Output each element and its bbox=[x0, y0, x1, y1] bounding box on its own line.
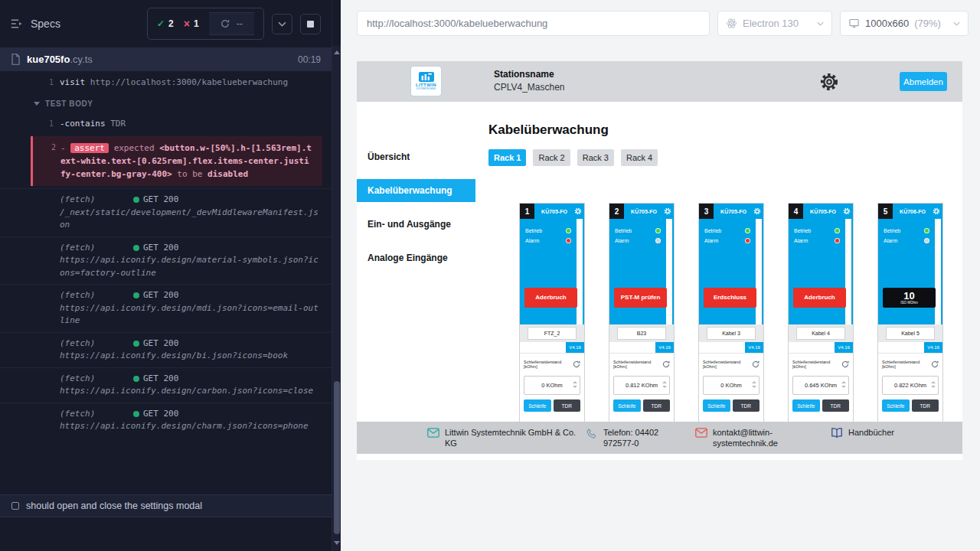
cable-name-field[interactable]: Kabel 3 bbox=[707, 327, 756, 340]
app-frame: LITTWIN SYSTEMTECHNIK Stationsname CPLV4… bbox=[357, 61, 962, 460]
cable-name-field[interactable]: B23 bbox=[617, 327, 666, 340]
sidebar-item-ein-und-ausgaenge[interactable]: Ein- und Ausgänge bbox=[357, 213, 475, 236]
app-header: LITTWIN SYSTEMTECHNIK Stationsname CPLV4… bbox=[357, 61, 962, 102]
fetch-log-entry[interactable]: (fetch)GET 200 https://api.iconify.desig… bbox=[0, 367, 332, 403]
fetch-url: /_next/static/development/_devMiddleware… bbox=[60, 207, 321, 232]
stepper-arrows-icon[interactable] bbox=[573, 381, 577, 388]
betrieb-led bbox=[655, 228, 661, 233]
schleife-button[interactable]: Schleife bbox=[792, 399, 820, 412]
sidebar-item-uebersicht[interactable]: Übersicht bbox=[357, 145, 475, 168]
resistance-value-field[interactable]: 0.812 KOhm bbox=[613, 376, 670, 395]
logo-subtitle: SYSTEMTECHNIK bbox=[416, 88, 436, 90]
card-gear-icon[interactable] bbox=[753, 207, 763, 215]
assert-prefix: - bbox=[60, 143, 66, 153]
failed-count: 1 bbox=[194, 18, 199, 29]
command-visit[interactable]: 1 visit http://localhost:3000/kabelueber… bbox=[0, 73, 332, 93]
card-scroll-strip bbox=[577, 219, 583, 324]
stop-button[interactable] bbox=[300, 14, 321, 34]
success-dot-icon bbox=[133, 292, 139, 298]
refresh-icon[interactable] bbox=[752, 360, 760, 368]
fetch-log-entry[interactable]: (fetch)GET 200 https://api.iconify.desig… bbox=[0, 403, 332, 438]
resistance-value-field[interactable]: 0.822 KOhm bbox=[882, 376, 939, 395]
alarm-led bbox=[566, 238, 571, 243]
card-gear-icon[interactable] bbox=[843, 207, 853, 215]
scroll-down-arrow-icon[interactable] bbox=[334, 541, 340, 545]
fetch-url: https://api.iconify.design/mdi.json?icon… bbox=[60, 302, 321, 328]
betrieb-label: Betrieb bbox=[704, 228, 721, 233]
tdr-button[interactable]: TDR bbox=[643, 399, 671, 412]
cable-name-field[interactable]: FTZ_2 bbox=[528, 327, 577, 340]
reporter-scrollbar[interactable] bbox=[332, 0, 341, 551]
version-chip: V4.19 bbox=[566, 342, 584, 353]
fetch-label: (fetch) bbox=[60, 408, 133, 421]
card-gear-icon[interactable] bbox=[933, 207, 942, 215]
footer-manuals[interactable]: Handbücher bbox=[831, 427, 894, 439]
fetch-status: GET 200 bbox=[143, 337, 178, 350]
sidebar-item-analoge-eingaenge[interactable]: Analoge Eingänge bbox=[357, 246, 475, 269]
test-stats: ✓2 ×1 -- bbox=[147, 8, 264, 40]
chevron-down-icon bbox=[953, 21, 960, 26]
scroll-thumb[interactable] bbox=[334, 381, 340, 534]
browser-select[interactable]: Electron 130 bbox=[717, 11, 832, 36]
pending-test-item[interactable]: should open and close the settings modal bbox=[0, 494, 332, 517]
tab-rack-3[interactable]: Rack 3 bbox=[577, 149, 614, 166]
scroll-up-arrow-icon[interactable] bbox=[334, 51, 340, 54]
schleife-button[interactable]: Schleife bbox=[703, 399, 730, 412]
cable-name-field[interactable]: Kabel 5 bbox=[886, 327, 935, 340]
tab-rack-2[interactable]: Rack 2 bbox=[533, 149, 570, 166]
spec-filename: kue705fo.cy.ts bbox=[27, 54, 93, 65]
specs-menu-button[interactable]: Specs bbox=[11, 18, 60, 30]
test-body-section[interactable]: TEST BODY bbox=[0, 93, 332, 114]
specs-header: Specs ✓2 ×1 -- bbox=[0, 0, 332, 47]
fetch-log-entry[interactable]: (fetch)GET 200 https://api.iconify.desig… bbox=[0, 284, 332, 332]
fetch-log-entry[interactable]: (fetch)GET 200 https://api.iconify.desig… bbox=[0, 332, 332, 367]
resistance-value-field[interactable]: 0 KOhm bbox=[524, 376, 580, 395]
alarm-label: Alarm bbox=[794, 238, 808, 243]
device-card: 2 KÜ705-FO Betrieb Alarm PST-M prüfen B2… bbox=[609, 203, 675, 422]
assert-text: expected bbox=[114, 143, 155, 153]
stepper-arrows-icon[interactable] bbox=[752, 381, 756, 388]
alarm-led bbox=[924, 238, 929, 243]
tdr-button[interactable]: TDR bbox=[822, 399, 850, 412]
tdr-button[interactable]: TDR bbox=[554, 399, 581, 412]
tdr-button[interactable]: TDR bbox=[912, 399, 939, 412]
command-assert-failed[interactable]: 2 - assert expected <button.w-[50%].h-[1… bbox=[31, 136, 322, 186]
stepper-arrows-icon[interactable] bbox=[841, 381, 846, 388]
card-gear-icon[interactable] bbox=[574, 207, 584, 215]
tdr-button[interactable]: TDR bbox=[733, 399, 760, 412]
schleife-button[interactable]: Schleife bbox=[524, 399, 551, 412]
aut-toolbar: Electron 130 1000x660 (79%) bbox=[357, 11, 969, 36]
fetch-url: https://api.iconify.design/charm.json?ic… bbox=[60, 420, 321, 433]
command-number: 1 bbox=[29, 77, 54, 88]
betrieb-led bbox=[835, 228, 840, 233]
specs-list-icon bbox=[11, 18, 24, 29]
spec-title-bar[interactable]: kue705fo.cy.ts 00:19 bbox=[0, 47, 332, 71]
schleife-button[interactable]: Schleife bbox=[613, 399, 641, 412]
card-gear-icon[interactable] bbox=[664, 207, 674, 215]
fetch-log-entry[interactable]: (fetch)GET 200 /_next/static/development… bbox=[0, 188, 332, 236]
viewport-control[interactable]: 1000x660 (79%) bbox=[840, 11, 969, 36]
refresh-icon[interactable] bbox=[841, 360, 849, 368]
resistance-value-field[interactable]: 0.645 KOhm bbox=[792, 376, 849, 395]
footer-email[interactable]: kontakt@littwin-systemtechnik.de bbox=[695, 427, 822, 449]
refresh-icon[interactable] bbox=[573, 360, 580, 368]
tab-rack-1[interactable]: Rack 1 bbox=[488, 149, 526, 166]
tab-rack-4[interactable]: Rack 4 bbox=[621, 149, 658, 166]
logout-button[interactable]: Abmelden bbox=[900, 72, 947, 91]
url-input[interactable] bbox=[357, 11, 710, 36]
stop-icon bbox=[307, 21, 314, 28]
schleife-button[interactable]: Schleife bbox=[882, 399, 910, 412]
refresh-icon[interactable] bbox=[662, 360, 670, 368]
stepper-arrows-icon[interactable] bbox=[931, 381, 936, 388]
command-contains[interactable]: 1 -contains TDR bbox=[0, 114, 332, 135]
gear-icon bbox=[819, 72, 839, 92]
settings-gear-button[interactable] bbox=[818, 71, 840, 93]
resistance-value-field[interactable]: 0 KOhm bbox=[703, 376, 760, 395]
sidebar-item-kabelueberwachung[interactable]: Kabelüberwachung bbox=[357, 179, 475, 202]
stepper-arrows-icon[interactable] bbox=[662, 381, 667, 388]
cable-name-field[interactable]: Kabel 4 bbox=[796, 327, 845, 340]
success-dot-icon bbox=[133, 376, 139, 382]
fetch-log-entry[interactable]: (fetch)GET 200 https://api.iconify.desig… bbox=[0, 236, 332, 285]
collapse-runs-button[interactable] bbox=[272, 14, 292, 34]
refresh-icon[interactable] bbox=[931, 360, 939, 368]
